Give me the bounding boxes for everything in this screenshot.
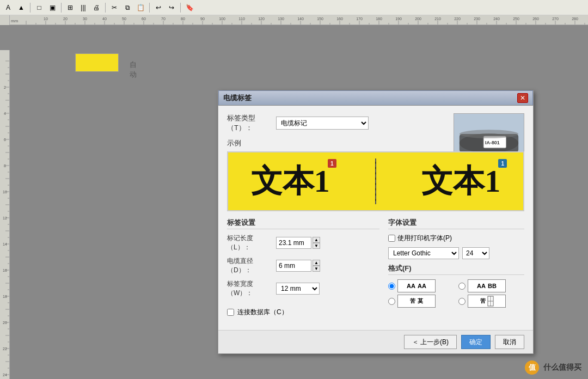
label-width-label: 标签宽度（W）：: [227, 279, 276, 298]
extra-tool-btn[interactable]: 🔖: [183, 2, 195, 14]
ruler-corner: [0, 15, 10, 25]
sample-text-2: 文本1: [421, 163, 500, 199]
label-width-select[interactable]: 12 mm: [276, 283, 320, 295]
svg-text:160: 160: [336, 17, 343, 21]
canvas-area: 2468101214161820222426283032343638404244…: [0, 25, 588, 379]
svg-text:70: 70: [161, 17, 166, 21]
svg-text:250: 250: [513, 17, 519, 21]
font-name-select[interactable]: Letter Gothic: [388, 247, 459, 259]
cable-label-dialog: 电缆标签 ✕ 标签类型（T）： 电缆标记: [218, 90, 534, 354]
ruler-horizontal: mm10203040506070809010011012013014015016…: [10, 15, 588, 25]
label-type-select[interactable]: 电缆标记: [276, 117, 369, 130]
svg-text:60: 60: [142, 17, 146, 21]
format-radio-2[interactable]: [458, 283, 465, 290]
connect-db-label: 连接数据库（C）: [237, 308, 288, 317]
svg-text:20: 20: [63, 17, 68, 21]
use-printer-font-label: 使用打印机字体(P): [397, 234, 452, 243]
dialog-titlebar: 电缆标签 ✕: [218, 90, 533, 106]
connect-db-row: 连接数据库（C）: [227, 308, 524, 317]
mark-length-down-btn[interactable]: ▼: [313, 243, 320, 249]
svg-text:260: 260: [532, 17, 539, 21]
rect-fill-tool-btn[interactable]: ▣: [46, 2, 58, 14]
table-tool-btn[interactable]: ⊞: [64, 2, 76, 14]
svg-text:100: 100: [219, 17, 225, 21]
svg-text:茣: 茣: [417, 298, 424, 304]
format-option-2: AA BB: [458, 279, 524, 292]
print-tool-btn[interactable]: 🖨: [90, 2, 102, 14]
sample-text-2-container: 文本1 1: [421, 160, 500, 203]
svg-text:120: 120: [258, 17, 265, 21]
dialog-body: 标签类型（T）： 电缆标记 IA-801: [218, 106, 533, 330]
label-type-label: 标签类型（T）：: [227, 113, 276, 133]
toolbar-sep-3: [105, 3, 106, 13]
rect-tool-btn[interactable]: □: [33, 2, 45, 14]
sample-preview-box: 文本1 1 文本1 1: [227, 151, 524, 211]
cursor-tool-btn[interactable]: A: [2, 2, 14, 14]
mark-length-spin-btns: ▲ ▼: [313, 237, 320, 249]
undo-tool-btn[interactable]: ↩: [152, 2, 164, 14]
svg-text:190: 190: [395, 17, 402, 21]
cable-diameter-row: 电缆直径（D）： ▲ ▼: [227, 256, 379, 275]
format-option-4: 苦: [458, 295, 524, 308]
toolbar-sep-4: [149, 3, 150, 13]
format-section: 格式(F) AA AA: [388, 264, 524, 308]
arrow-tool-btn[interactable]: ▲: [15, 2, 27, 14]
svg-text:280: 280: [572, 17, 578, 21]
cable-diameter-spinbox: ▲ ▼: [276, 260, 320, 272]
format-options-grid: AA AA AA BB: [388, 279, 524, 308]
back-button[interactable]: ＜ 上一步(B): [404, 335, 457, 349]
svg-text:270: 270: [552, 17, 559, 21]
redo-tool-btn[interactable]: ↪: [166, 2, 177, 14]
font-settings-title: 字体设置: [388, 218, 524, 229]
svg-point-245: [460, 130, 518, 138]
svg-text:40: 40: [102, 17, 107, 21]
cable-diameter-up-btn[interactable]: ▲: [313, 260, 320, 266]
svg-text:170: 170: [356, 17, 363, 21]
paste-tool-btn[interactable]: 📋: [134, 2, 146, 14]
cable-diameter-input[interactable]: [276, 260, 311, 272]
mark-length-label: 标记长度（L）：: [227, 234, 276, 252]
connect-db-checkbox[interactable]: [227, 309, 234, 316]
toolbar-sep-2: [61, 3, 62, 13]
use-printer-font-checkbox[interactable]: [388, 235, 395, 242]
format-radio-1[interactable]: [388, 283, 395, 290]
font-name-row: Letter Gothic 24: [388, 247, 524, 259]
format-preview-4[interactable]: 苦: [468, 295, 506, 308]
sample-text-1: 文本1: [251, 163, 330, 199]
font-size-select[interactable]: 24: [462, 247, 489, 259]
settings-columns: 标签设置 标记长度（L）： ▲ ▼: [227, 218, 524, 308]
sample-badge-2: 1: [498, 159, 507, 168]
label-settings-title: 标签设置: [227, 218, 379, 229]
format-preview-3[interactable]: 苦 茣: [397, 295, 436, 308]
copy-tool-btn[interactable]: ⧉: [121, 2, 133, 14]
mark-length-input[interactable]: [276, 237, 311, 249]
dialog-overlay: 电缆标签 ✕ 标签类型（T）： 电缆标记: [0, 25, 588, 379]
svg-text:200: 200: [415, 17, 421, 21]
cable-diameter-down-btn[interactable]: ▼: [313, 266, 320, 272]
format-radio-4[interactable]: [458, 298, 465, 305]
svg-text:150: 150: [317, 17, 323, 21]
format-preview-2[interactable]: AA BB: [468, 279, 506, 292]
svg-text:10: 10: [44, 17, 48, 21]
ok-button[interactable]: 确定: [461, 335, 491, 349]
svg-text:220: 220: [454, 17, 461, 21]
cut-tool-btn[interactable]: ✂: [108, 2, 120, 14]
font-format-group: 字体设置 使用打印机字体(P) Letter Gothic 24: [388, 218, 524, 308]
svg-text:110: 110: [238, 17, 245, 21]
mark-length-up-btn[interactable]: ▲: [313, 237, 320, 243]
dialog-close-button[interactable]: ✕: [517, 93, 528, 103]
svg-text:30: 30: [83, 17, 87, 21]
format-preview-1[interactable]: AA AA: [397, 279, 436, 292]
mark-length-spinbox: ▲ ▼: [276, 237, 320, 249]
format-radio-3[interactable]: [388, 298, 395, 305]
cancel-button[interactable]: 取消: [495, 335, 524, 349]
cable-diameter-spin-btns: ▲ ▼: [313, 260, 320, 272]
svg-text:230: 230: [474, 17, 480, 21]
barcode-tool-btn[interactable]: |||: [77, 2, 89, 14]
dialog-footer: ＜ 上一步(B) 确定 取消: [218, 330, 533, 353]
toolbar-sep-1: [30, 3, 30, 13]
svg-text:mm: mm: [11, 19, 19, 23]
toolbar-sep-5: [180, 3, 181, 13]
svg-text:苦: 苦: [480, 298, 486, 304]
svg-text:苦: 苦: [410, 298, 416, 304]
